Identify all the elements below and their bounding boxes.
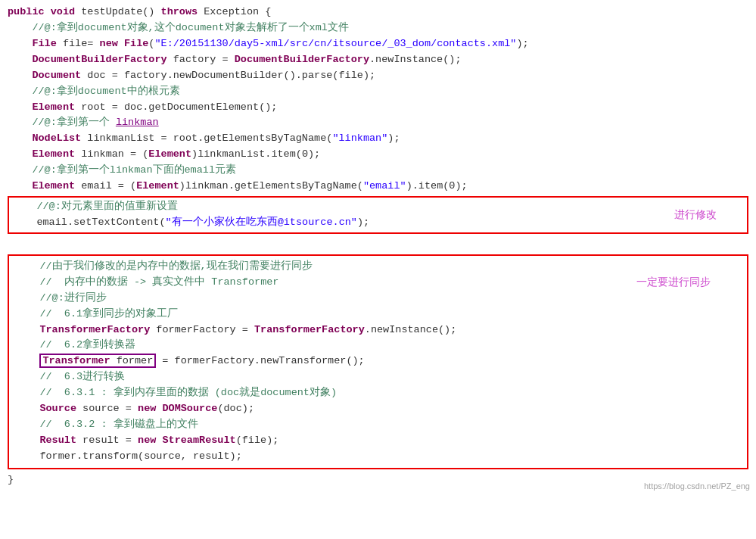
bigbox-comment-5: // 6.2拿到转换器	[15, 338, 741, 354]
code-line-4: Element root = doc.getDocumentElement();	[8, 100, 748, 116]
code-footer: }	[8, 472, 748, 488]
code-comment-5: //@:对元素里面的值重新设置	[12, 199, 744, 215]
bigbox-comment-8: // 6.3.2 : 拿到磁盘上的文件	[15, 417, 741, 433]
blank-line-1	[8, 235, 748, 251]
bigbox-line-1: TransformerFactory formerFactory = Trans…	[15, 322, 741, 338]
bigbox-line-3: Source source = new DOMSource(doc);	[15, 401, 741, 417]
annotation-modify: 进行修改	[674, 207, 717, 223]
bigbox-comment-2: // 内存中的数据 -> 真实文件中 Transformer	[15, 275, 278, 291]
bigbox-comment-1: //由于我们修改的是内存中的数据,现在我们需要进行同步	[15, 259, 741, 275]
code-comment-2: //@:拿到document中的根元素	[8, 84, 748, 100]
code-line-6: Element linkman = (Element)linkmanList.i…	[8, 147, 748, 163]
code-line-8: email.setTextContent("有一个小家伙在吃东西@itsourc…	[12, 215, 744, 231]
code-line-5: NodeList linkmanList = root.getElementsB…	[8, 131, 748, 147]
red-highlight-box-2: //由于我们修改的是内存中的数据,现在我们需要进行同步 // 内存中的数据 ->…	[8, 254, 748, 469]
code-line-3: Document doc = factory.newDocumentBuilde…	[8, 68, 748, 84]
bigbox-comment-7: // 6.3.1 : 拿到内存里面的数据 (doc就是document对象)	[15, 385, 741, 401]
bigbox-line-5: former.transform(source, result);	[15, 449, 741, 465]
watermark: https://blog.csdn.net/PZ_eng	[644, 480, 750, 493]
code-line-2: DocumentBuilderFactory factory = Documen…	[8, 52, 748, 68]
bigbox-comment-6: // 6.3进行转换	[15, 369, 741, 385]
red-highlight-box-1: //@:对元素里面的值重新设置 email.setTextContent("有一…	[8, 196, 748, 234]
code-line-header: public void testUpdate() throws Exceptio…	[8, 5, 748, 20]
code-line-7: Element email = (Element)linkman.getElem…	[8, 179, 748, 195]
code-comment-1: //@:拿到document对象,这个document对象去解析了一个xml文件	[8, 20, 748, 36]
code-comment-4: //@:拿到第一个linkman下面的email元素	[8, 163, 748, 179]
code-comment-3: //@:拿到第一个 linkman	[8, 115, 748, 131]
bigbox-line-4: Result result = new StreamResult(file);	[15, 433, 741, 449]
bigbox-comment-4: // 6.1拿到同步的对象工厂	[15, 307, 741, 322]
bigbox-line-2: Transformer former = formerFactory.newTr…	[15, 354, 741, 369]
code-line-1: File file= new File("E:/20151130/day5-xm…	[8, 36, 748, 52]
annotation-sync: 一定要进行同步	[636, 274, 711, 291]
code-container: public void testUpdate() throws Exceptio…	[0, 0, 756, 496]
bigbox-comment-3: //@:进行同步	[15, 291, 741, 307]
